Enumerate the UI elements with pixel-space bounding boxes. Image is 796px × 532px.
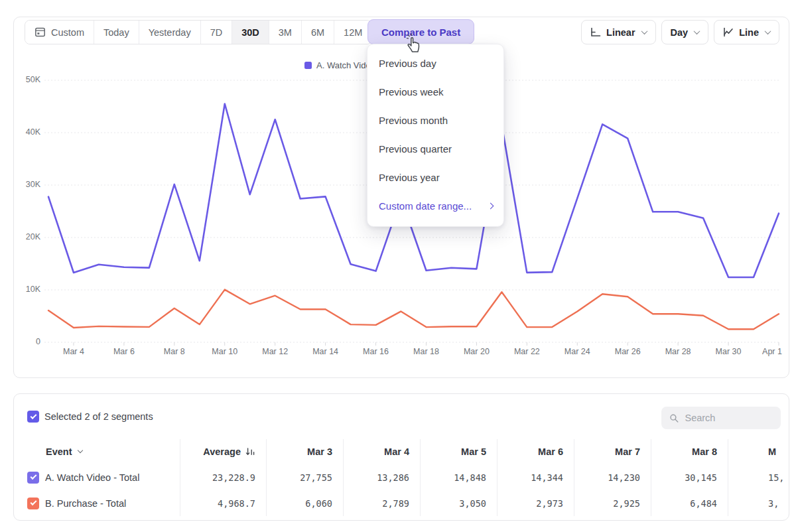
x-axis-label: Mar 4	[63, 347, 84, 356]
segments-table-card: Selected 2 of 2 segments EventAverageMar…	[13, 393, 789, 521]
row-label: B. Purchase - Total	[45, 498, 126, 509]
table-cell-clipped: 15,	[728, 464, 789, 490]
select-all-segments-checkbox[interactable]	[27, 411, 39, 423]
legend-swatch	[304, 62, 312, 69]
chevron-right-icon	[488, 203, 494, 210]
checkmark-icon	[30, 499, 36, 505]
menu-item-previous-week[interactable]: Previous week	[367, 78, 503, 106]
chevron-down-icon	[77, 448, 82, 453]
x-axis-label: Mar 16	[363, 347, 389, 356]
column-header-label: Average	[203, 446, 241, 457]
table-cell-value: 6,484	[651, 490, 728, 516]
x-axis-label: Mar 8	[164, 347, 185, 356]
table-cell-value: 30,145	[651, 464, 728, 490]
row-checkbox[interactable]	[27, 472, 39, 484]
table-cell-value: 2,973	[497, 490, 574, 516]
x-axis-label: Mar 22	[514, 347, 540, 356]
y-axis-label: 20K	[15, 232, 40, 241]
menu-item-previous-day[interactable]: Previous day	[367, 49, 503, 78]
table-header-row: EventAverageMar 3Mar 4Mar 5Mar 6Mar 7Mar…	[14, 439, 789, 464]
y-axis-label: 0	[15, 337, 40, 346]
search-input[interactable]	[685, 413, 774, 423]
checkmark-icon	[30, 473, 36, 480]
x-axis-label: Apr 1	[762, 347, 782, 356]
row-checkbox[interactable]	[27, 498, 39, 509]
column-header-label: Mar 4	[384, 446, 409, 457]
column-header-mar-3[interactable]: Mar 3	[266, 439, 343, 464]
table-cell-value: 27,755	[266, 464, 343, 490]
x-axis-label: Mar 24	[564, 347, 590, 356]
column-header-mar-8[interactable]: Mar 8	[651, 439, 728, 464]
x-axis-label: Mar 26	[615, 347, 641, 356]
y-axis-label: 30K	[15, 180, 40, 189]
custom-date-range-label: Custom date range...	[379, 200, 472, 212]
x-axis-label: Mar 20	[464, 347, 490, 356]
table-cell-value: 4,968.7	[180, 490, 266, 516]
y-axis-label: 40K	[15, 127, 40, 137]
table-cell-value: 23,228.9	[180, 464, 266, 490]
table-cell-value: 2,925	[574, 490, 651, 516]
menu-item-custom-date-range[interactable]: Custom date range...	[367, 192, 503, 220]
menu-item-previous-month[interactable]: Previous month	[367, 106, 503, 135]
compare-to-past-menu: Previous dayPrevious weekPrevious monthP…	[367, 44, 504, 227]
table-row-watch-video[interactable]: A. Watch Video - Total23,228.927,75513,2…	[14, 464, 789, 490]
table-cell-clipped: 3,	[728, 490, 789, 516]
column-header-mar-7[interactable]: Mar 7	[574, 439, 651, 464]
column-header-label: Mar 6	[538, 446, 563, 457]
checkmark-icon	[30, 413, 36, 419]
segments-table: EventAverageMar 3Mar 4Mar 5Mar 6Mar 7Mar…	[14, 439, 789, 516]
y-axis-label: 50K	[15, 75, 40, 84]
column-header-label: Mar 7	[615, 446, 640, 457]
table-cell-value: 2,789	[343, 490, 420, 516]
x-axis-label: Mar 12	[262, 347, 288, 356]
column-header-label: Mar 3	[307, 446, 332, 457]
search-icon	[669, 413, 679, 424]
sort-descending-icon	[245, 447, 255, 456]
column-header-mar-6[interactable]: Mar 6	[497, 439, 574, 464]
table-cell-value: 14,848	[420, 464, 497, 490]
x-axis-label: Mar 14	[312, 347, 338, 356]
row-label: A. Watch Video - Total	[45, 472, 139, 483]
selected-segments-label: Selected 2 of 2 segments	[44, 411, 153, 423]
menu-item-previous-quarter[interactable]: Previous quarter	[367, 135, 503, 163]
menu-item-previous-year[interactable]: Previous year	[367, 163, 503, 192]
column-header-label: Mar 5	[461, 446, 486, 457]
x-axis-label: Mar 18	[413, 347, 439, 356]
column-header-label: Event	[46, 446, 72, 457]
column-header-event[interactable]: Event	[14, 439, 180, 464]
column-header-mar-5[interactable]: Mar 5	[420, 439, 497, 464]
x-axis-label: Mar 10	[212, 347, 237, 356]
table-row-purchase[interactable]: B. Purchase - Total4,968.76,0602,7893,05…	[14, 490, 789, 516]
table-cell-value: 3,050	[420, 490, 497, 516]
x-axis-label: Mar 6	[113, 347, 135, 356]
table-cell-value: 14,230	[574, 464, 651, 490]
y-axis-label: 10K	[15, 285, 40, 294]
column-header-mar-4[interactable]: Mar 4	[343, 439, 420, 464]
series-line-b-purchase	[48, 290, 779, 330]
column-header-clipped: M	[728, 439, 789, 464]
legend-item[interactable]: A. Watch Video	[304, 60, 375, 70]
table-cell-value: 14,344	[497, 464, 574, 490]
table-cell-value: 13,286	[343, 464, 420, 490]
x-axis-label: Mar 30	[716, 347, 742, 356]
column-header-average[interactable]: Average	[180, 439, 266, 464]
table-cell-value: 6,060	[266, 490, 343, 516]
x-axis-label: Mar 28	[665, 347, 691, 356]
column-header-label: Mar 8	[692, 446, 717, 457]
search-box	[661, 407, 781, 429]
